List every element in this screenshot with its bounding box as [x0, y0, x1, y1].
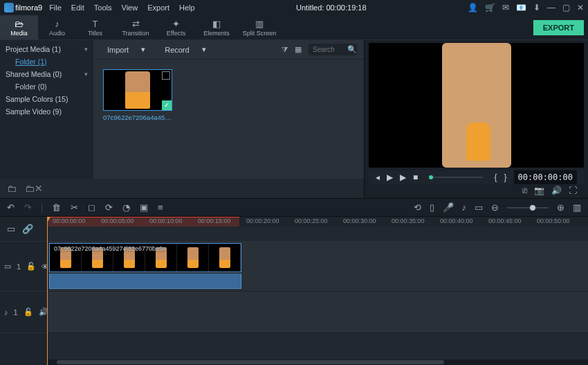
quality-icon[interactable]: ⎚ — [522, 186, 527, 195]
tab-elements[interactable]: ◧Elements — [195, 15, 238, 39]
download-icon[interactable]: ⬇ — [533, 3, 540, 12]
snapshot-icon[interactable]: 📷 — [534, 186, 544, 195]
zoom-in-button[interactable]: ⊕ — [557, 202, 564, 213]
audio-track-header[interactable]: ♪ 1 🔓 🔊 — [0, 292, 47, 333]
zoom-fit-button[interactable]: ▥ — [573, 202, 581, 213]
detach-audio-button[interactable]: ▭ — [475, 202, 483, 213]
tree-shared-media[interactable]: Shared Media (0)▾ — [0, 68, 93, 80]
redo-button[interactable]: ↷ — [24, 202, 32, 213]
voiceover-button[interactable]: 🎤 — [443, 202, 454, 213]
tree-project-folder[interactable]: Folder (1) — [0, 55, 93, 68]
add-to-icon[interactable] — [162, 71, 170, 80]
menu-help[interactable]: Help — [179, 3, 195, 12]
green-screen-button[interactable]: ▣ — [140, 202, 148, 213]
volume-icon[interactable]: 🔊 — [551, 186, 562, 195]
chevron-down-icon: ▾ — [84, 71, 88, 78]
video-clip[interactable]: 07c9622e7206a4a459274|82e6770ba9a — [49, 243, 241, 272]
undo-button[interactable]: ↶ — [7, 202, 15, 213]
new-folder-icon[interactable]: 🗀 — [7, 183, 17, 194]
color-button[interactable]: ◔ — [122, 202, 130, 213]
zoom-out-button[interactable]: ⊖ — [491, 202, 499, 213]
playhead[interactable] — [47, 217, 48, 365]
title-actions: 👤 🛒 ✉ 📧 ⬇ — ▢ ✕ — [468, 3, 584, 12]
zoom-slider[interactable] — [507, 207, 549, 208]
menu-view[interactable]: View — [122, 3, 138, 12]
record-dropdown[interactable]: Record▾ — [158, 45, 212, 54]
menu-file[interactable]: File — [49, 3, 62, 12]
stop-button[interactable]: ■ — [413, 172, 418, 182]
tab-transition[interactable]: ⇄Transition — [114, 15, 157, 39]
preview-controls: ◂ ▶ ▶ ■ { } 00:00:00:00 — [369, 170, 584, 184]
chevron-down-icon: ▾ — [84, 46, 88, 53]
media-panel: Project Media (1)▾ Folder (1) Shared Med… — [0, 40, 364, 198]
media-tree: Project Media (1)▾ Folder (1) Shared Med… — [0, 40, 93, 179]
tab-media[interactable]: 🗁Media — [0, 15, 38, 39]
mark-out-button[interactable]: } — [504, 172, 507, 182]
marker-button[interactable]: ▯ — [430, 202, 434, 213]
render-button[interactable]: ⟲ — [414, 202, 421, 213]
maximize-button[interactable]: ▢ — [562, 3, 570, 12]
split-button[interactable]: ✂ — [71, 202, 78, 213]
grid-view-icon[interactable]: ▦ — [295, 45, 302, 54]
menu-tools[interactable]: Tools — [94, 3, 112, 12]
message-icon[interactable]: 📧 — [516, 3, 526, 12]
dog-preview — [125, 71, 150, 109]
play-button[interactable]: ▶ — [387, 172, 393, 182]
scrollbar-thumb[interactable] — [57, 360, 444, 364]
lock-icon[interactable]: 🔓 — [24, 308, 33, 317]
user-icon[interactable]: 👤 — [468, 3, 478, 12]
mixer-button[interactable]: ♪ — [462, 202, 467, 213]
prev-frame-button[interactable]: ◂ — [376, 172, 380, 182]
menu-export[interactable]: Export — [147, 3, 169, 12]
import-dropdown[interactable]: Import▾ — [100, 45, 152, 54]
filter-icon[interactable]: ⧩ — [282, 45, 288, 54]
adjust-button[interactable]: ≡ — [158, 202, 163, 213]
preview-scrubber[interactable] — [429, 177, 483, 178]
clip-audio-waveform[interactable] — [49, 274, 241, 289]
mail-icon[interactable]: ✉ — [502, 3, 509, 12]
logo-icon — [4, 3, 14, 12]
video-track-header[interactable]: ▭ 1 🔓 👁 — [0, 242, 47, 292]
link-icon[interactable]: 🔗 — [22, 224, 33, 234]
manage-tracks-icon[interactable]: ▭ — [7, 224, 15, 234]
menu-edit[interactable]: Edit — [71, 3, 84, 12]
delete-folder-icon[interactable]: 🗀✕ — [25, 183, 43, 194]
video-track-lane[interactable]: 07c9622e7206a4a459274|82e6770ba9a — [47, 242, 588, 292]
preview-footer: ⎚ 📷 🔊 ⛶ — [369, 186, 584, 195]
folder-icon: 🗁 — [15, 19, 24, 29]
ruler-tick: 00:00:30:00 — [343, 217, 376, 224]
delete-button[interactable]: 🗑 — [52, 202, 61, 213]
preview-viewport[interactable] — [369, 43, 584, 168]
mark-in-button[interactable]: { — [494, 172, 497, 182]
fullscreen-icon[interactable]: ⛶ — [569, 186, 577, 195]
crop-button[interactable]: ◻ — [88, 202, 95, 213]
timeline-tracks[interactable]: 00:00:00:00 00:00:05:00 00:00:10:00 00:0… — [47, 217, 588, 365]
tree-sample-colors[interactable]: Sample Colors (15) — [0, 93, 93, 105]
next-button[interactable]: ▶ — [400, 172, 406, 182]
ruler-tick: 00:00:25:00 — [295, 217, 328, 224]
search-input-wrap[interactable]: 🔍 — [309, 44, 357, 55]
timeline-ruler[interactable]: 00:00:00:00 00:00:05:00 00:00:10:00 00:0… — [47, 217, 588, 226]
media-grid: ✓ 07c9622e7206a4a4592... — [93, 60, 364, 179]
export-button[interactable]: EXPORT — [533, 20, 584, 35]
tree-sample-video[interactable]: Sample Video (9) — [0, 105, 93, 118]
cart-icon[interactable]: 🛒 — [485, 3, 495, 12]
audio-track-lane[interactable] — [47, 292, 588, 333]
lock-icon[interactable]: 🔓 — [26, 262, 36, 271]
media-thumbnail[interactable]: ✓ 07c9622e7206a4a4592... — [103, 69, 172, 121]
tab-split-screen[interactable]: ▥Split Screen — [238, 15, 281, 39]
close-button[interactable]: ✕ — [577, 3, 584, 12]
tab-effects[interactable]: ✦Effects — [157, 15, 195, 39]
tab-audio[interactable]: ♪Audio — [38, 15, 76, 39]
thumbnail-image: ✓ — [103, 69, 172, 111]
search-icon[interactable]: 🔍 — [347, 45, 357, 54]
tree-shared-folder[interactable]: Folder (0) — [0, 80, 93, 93]
horizontal-scrollbar[interactable] — [47, 359, 588, 365]
search-input[interactable] — [313, 46, 347, 53]
tab-titles[interactable]: TTitles — [76, 15, 114, 39]
speed-button[interactable]: ⟳ — [105, 202, 113, 213]
title-bar: filmora9 File Edit Tools View Export Hel… — [0, 0, 588, 15]
ruler-tick: 00:00:50:00 — [537, 217, 570, 224]
tree-project-media[interactable]: Project Media (1)▾ — [0, 43, 93, 55]
minimize-button[interactable]: — — [547, 3, 555, 12]
